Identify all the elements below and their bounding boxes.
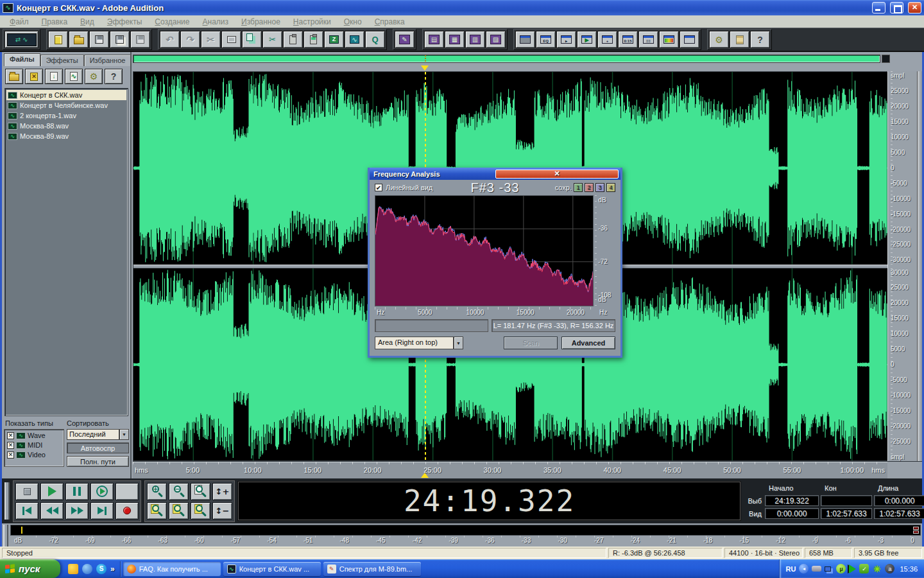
tab-эффекты[interactable]: Эффекты	[40, 55, 84, 66]
trim-button[interactable]	[221, 31, 241, 48]
convert-type-button[interactable]: Z	[324, 31, 344, 48]
play-button[interactable]	[40, 483, 64, 500]
file-list[interactable]: ∿Концерт в СКК.wav∿Концерт в Челябинске.…	[4, 88, 128, 416]
start-button[interactable]: пуск	[0, 559, 60, 578]
utorrent-tray-icon[interactable]: µ	[836, 564, 846, 574]
file-item[interactable]: ∿Концерт в СКК.wav	[6, 90, 126, 100]
playhead-marker-top[interactable]	[421, 66, 429, 71]
time-field[interactable]: 1:02:57.633	[874, 508, 924, 519]
stats-button[interactable]: ▤	[424, 31, 444, 48]
checkbox-midi[interactable]: ✕	[7, 442, 14, 449]
type-filter-video[interactable]: ✕∿Video	[7, 451, 61, 459]
level-meter[interactable]	[10, 525, 921, 536]
zoom-sel-right-button[interactable]	[191, 502, 210, 520]
spectral-c-button[interactable]: ▨	[486, 31, 506, 48]
undo-button[interactable]: ↶	[160, 31, 180, 48]
area-dropdown[interactable]: Area (Right on top) ▼	[375, 337, 463, 349]
win-files-button[interactable]	[515, 31, 535, 48]
menu-окно[interactable]: Окно	[338, 17, 368, 27]
paste-button[interactable]	[283, 31, 303, 48]
frequency-analysis-dialog[interactable]: Frequency Analysis ✕ ✔ Линейный вид F#3 …	[368, 168, 622, 358]
time-field[interactable]	[821, 495, 872, 506]
time-field[interactable]: 24:19.322	[765, 495, 819, 506]
tab-избранное[interactable]: Избранное	[84, 55, 132, 66]
help-button[interactable]: ?	[105, 69, 123, 84]
multitrack-view-button[interactable]: ⇄ ∿	[4, 31, 38, 48]
spectrum-plot[interactable]	[375, 195, 594, 306]
file-item[interactable]: ∿Москва-88.wav	[6, 121, 126, 131]
pen-wave-button[interactable]: ✎	[395, 31, 415, 48]
vertical-scrollbar[interactable]	[917, 71, 922, 461]
menu-правка[interactable]: Правка	[36, 17, 74, 27]
wave-edit-button[interactable]: ∿	[345, 31, 364, 48]
task-button[interactable]: ∿Концерт в СКК.wav ...	[223, 562, 321, 576]
save-slot-1[interactable]: 1	[574, 183, 583, 192]
type-filter-wave[interactable]: ✕∿Wave	[7, 432, 61, 439]
win-cue-button[interactable]: ≡≡	[638, 31, 658, 48]
record-button[interactable]	[116, 502, 139, 520]
device-tray-icon[interactable]	[812, 566, 821, 572]
clip-indicator-right[interactable]	[913, 530, 919, 534]
play-loop-button[interactable]	[90, 483, 114, 500]
vzoom-out-button[interactable]: ↕−	[212, 502, 232, 520]
menu-создание[interactable]: Создание	[149, 17, 195, 27]
spectral-a-button[interactable]: ▦	[445, 31, 465, 48]
full-paths-button[interactable]: Полн. пути	[67, 456, 129, 467]
copy-button[interactable]	[242, 31, 262, 48]
sphere-tray-icon[interactable]: a	[885, 564, 894, 574]
network-tray-icon[interactable]	[825, 566, 831, 572]
zoom-out-button[interactable]: −	[169, 483, 189, 500]
resample-button[interactable]: Q	[365, 31, 385, 48]
go-end-button[interactable]	[90, 502, 114, 520]
go-start-button[interactable]	[15, 502, 38, 520]
marker-strip[interactable]	[133, 64, 887, 71]
maximize-button[interactable]	[890, 2, 903, 13]
autoplay-button[interactable]: Автовоспр	[67, 442, 129, 453]
rewind-button[interactable]	[40, 502, 64, 520]
vzoom-in-button[interactable]: ↕+	[212, 483, 232, 500]
advanced-button[interactable]: Advanced	[561, 337, 615, 349]
quick-launch-overflow[interactable]: »	[110, 565, 115, 574]
paste-wave-button[interactable]	[304, 31, 323, 48]
save-file-button[interactable]	[89, 31, 109, 48]
dialog-close-button[interactable]: ✕	[495, 170, 619, 179]
scripts-scroll-button[interactable]	[730, 31, 749, 48]
language-indicator[interactable]: RU	[786, 565, 796, 573]
qip-tray-icon[interactable]: ✳	[872, 564, 882, 574]
spectral-b-button[interactable]: ▥	[465, 31, 485, 48]
chevron-tray-icon[interactable]: ◂	[799, 564, 809, 574]
scissors-gray-button[interactable]: ✂	[201, 31, 221, 48]
time-field[interactable]: 1:02:57.633	[821, 508, 872, 519]
timeline-ruler[interactable]: hms hms 5:0010:0015:0020:0025:0030:0035:…	[133, 461, 887, 478]
time-display[interactable]: 24:19.322	[238, 482, 740, 520]
menu-избранное[interactable]: Избранное	[235, 17, 286, 27]
sort-dropdown[interactable]: Последний ▼	[67, 429, 129, 440]
win-time-button[interactable]: 0:15	[618, 31, 638, 48]
zoom-sel-button[interactable]	[169, 502, 189, 520]
file-item[interactable]: ∿Москва-89.wav	[6, 131, 126, 141]
file-item[interactable]: ∿2 концерта-1.wav	[6, 110, 126, 121]
checkbox-video[interactable]: ✕	[7, 451, 14, 459]
file-close-button[interactable]: ✕	[25, 69, 43, 84]
skype-icon[interactable]: S	[96, 564, 107, 574]
menu-эффекты[interactable]: Эффекты	[101, 17, 148, 27]
file-import-button[interactable]: ↓	[45, 69, 63, 84]
menu-настройки[interactable]: Настройки	[287, 17, 337, 27]
stop-button[interactable]	[15, 483, 38, 500]
type-filter-midi[interactable]: ✕∿MIDI	[7, 441, 61, 449]
save-copy-button[interactable]	[130, 31, 150, 48]
checkbox-wave[interactable]: ✕	[7, 432, 14, 439]
taskbar-clock[interactable]: 15:36	[900, 565, 918, 573]
menu-анализ[interactable]: Анализ	[197, 17, 235, 27]
sort-dropdown-arrow-icon[interactable]: ▼	[119, 429, 129, 440]
browser-icon[interactable]	[82, 564, 92, 574]
win-eq-button[interactable]: EQ	[536, 31, 556, 48]
open-file-button[interactable]	[69, 31, 89, 48]
overview-handle[interactable]	[882, 55, 890, 63]
save-slot-4[interactable]: 4	[606, 183, 615, 192]
zoom-sel-left-button[interactable]	[147, 502, 167, 520]
file-item[interactable]: ∿Концерт в Челябинске.wav	[6, 100, 126, 110]
save-as-button[interactable]	[110, 31, 130, 48]
player-tray-icon[interactable]	[849, 565, 856, 574]
time-field[interactable]: 0:00.000	[874, 495, 924, 506]
